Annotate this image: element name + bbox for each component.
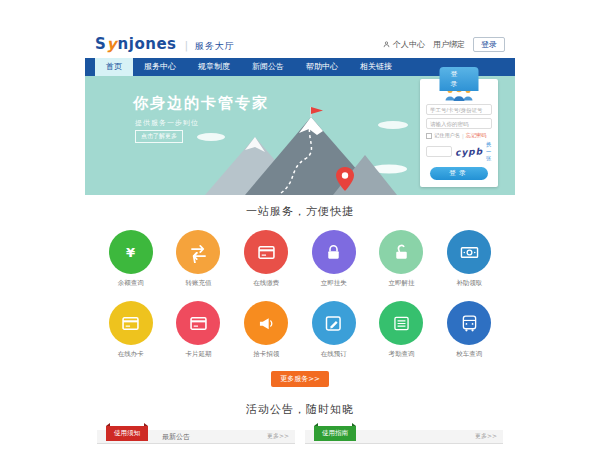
user-icon (382, 40, 391, 49)
header-right: 个人中心 用户绑定 登录 (382, 37, 505, 52)
service-circle[interactable] (176, 301, 220, 345)
banknote-icon (459, 242, 480, 263)
announcement-col-left: 使用须知 最新公告 更多>> (97, 430, 295, 444)
service-item-6[interactable]: 在线办卡 (97, 301, 165, 359)
captcha-row: cypb 换一张 (426, 141, 492, 162)
service-item-5[interactable]: 补助领取 (435, 230, 503, 288)
service-circle[interactable] (176, 230, 220, 274)
footer-space (85, 444, 515, 450)
right-more-link[interactable]: 更多>> (475, 432, 497, 441)
unlock-icon (391, 242, 412, 263)
services-section: 一站服务，方便快捷 余额查询转账充值在线缴费立即挂失立即解挂补助领取在线办卡卡片… (85, 195, 515, 387)
edit-icon (323, 313, 344, 334)
captcha-image: cypb (455, 146, 484, 157)
card-icon (188, 313, 209, 334)
nav-item-1[interactable]: 服务中心 (133, 58, 187, 76)
announcement-columns: 使用须知 最新公告 更多>> 使用指南 更多>> (85, 430, 515, 444)
bus-icon (459, 313, 480, 334)
logo-caption: 服务大厅 (195, 40, 235, 53)
left-tabbar: 使用须知 最新公告 更多>> (97, 430, 295, 444)
tab-latest-announcements[interactable]: 最新公告 (162, 432, 190, 442)
service-item-10[interactable]: 考勤查询 (368, 301, 436, 359)
service-item-9[interactable]: 在线预订 (300, 301, 368, 359)
service-circle[interactable] (379, 230, 423, 274)
user-bind-link[interactable]: 用户绑定 (433, 39, 465, 50)
service-item-0[interactable]: 余额查询 (97, 230, 165, 288)
services-title: 一站服务，方便快捷 (85, 204, 515, 219)
logo-accent: y (107, 35, 117, 53)
service-circle[interactable] (109, 230, 153, 274)
mountain-illustration (193, 107, 411, 195)
megaphone-icon (256, 313, 277, 334)
service-circle[interactable] (312, 301, 356, 345)
nav-item-4[interactable]: 帮助中心 (295, 58, 349, 76)
service-circle[interactable] (244, 301, 288, 345)
logo-part2: njones (118, 35, 177, 53)
service-label: 转账充值 (165, 279, 233, 288)
service-circle[interactable] (447, 301, 491, 345)
card-icon (120, 313, 141, 334)
service-label: 在线办卡 (97, 350, 165, 359)
header: Synjones | 服务大厅 个人中心 用户绑定 登录 (85, 30, 515, 58)
service-label: 考勤查询 (368, 350, 436, 359)
personal-center-link[interactable]: 个人中心 (382, 39, 425, 50)
login-submit-button[interactable]: 登录 (430, 167, 488, 180)
service-label: 立即解挂 (368, 279, 436, 288)
service-item-2[interactable]: 在线缴费 (232, 230, 300, 288)
remember-checkbox[interactable] (426, 133, 432, 139)
service-label: 余额查询 (97, 279, 165, 288)
service-label: 在线缴费 (232, 279, 300, 288)
logo-divider: | (185, 39, 189, 52)
captcha-refresh-link[interactable]: 换一张 (486, 141, 492, 162)
service-item-11[interactable]: 校车查询 (435, 301, 503, 359)
nav-item-5[interactable]: 相关链接 (349, 58, 403, 76)
service-label: 拾卡招领 (232, 350, 300, 359)
hero-banner: 你身边的卡管专家 提供服务一步到位 点击了解更多 登录 (85, 76, 515, 195)
list-icon (391, 313, 412, 334)
username-input[interactable] (426, 104, 492, 115)
service-circle[interactable] (447, 230, 491, 274)
password-input[interactable] (426, 118, 492, 129)
service-circle[interactable] (109, 301, 153, 345)
service-label: 在线预订 (300, 350, 368, 359)
transfer-icon (188, 242, 209, 263)
service-label: 校车查询 (435, 350, 503, 359)
right-tabbar: 使用指南 更多>> (305, 430, 503, 444)
service-item-8[interactable]: 拾卡招领 (232, 301, 300, 359)
login-panel: 登录 记住用户名 | 忘记密码 cypb 换一张 登 (420, 79, 498, 187)
service-circle[interactable] (379, 301, 423, 345)
left-more-link[interactable]: 更多>> (267, 432, 289, 441)
service-label: 立即挂失 (300, 279, 368, 288)
hero-subtitle: 提供服务一步到位 (135, 118, 199, 128)
service-circle[interactable] (244, 230, 288, 274)
nav-item-2[interactable]: 规章制度 (187, 58, 241, 76)
more-services-button[interactable]: 更多服务>> (271, 371, 329, 387)
nav-item-3[interactable]: 新闻公告 (241, 58, 295, 76)
login-tab[interactable]: 登录 (440, 67, 479, 91)
service-item-3[interactable]: 立即挂失 (300, 230, 368, 288)
logo-part1: S (95, 35, 106, 53)
lock-icon (323, 242, 344, 263)
service-item-7[interactable]: 卡片延期 (165, 301, 233, 359)
service-item-1[interactable]: 转账充值 (165, 230, 233, 288)
service-label: 卡片延期 (165, 350, 233, 359)
remember-divider: | (462, 133, 464, 139)
services-grid: 余额查询转账充值在线缴费立即挂失立即解挂补助领取在线办卡卡片延期拾卡招领在线预订… (85, 230, 515, 359)
nav-item-0[interactable]: 首页 (95, 58, 133, 76)
header-login-button[interactable]: 登录 (473, 37, 505, 52)
hero-cta-button[interactable]: 点击了解更多 (135, 130, 183, 143)
remember-label: 记住用户名 (434, 132, 460, 139)
personal-center-label: 个人中心 (393, 39, 425, 50)
tab-usage-notice[interactable]: 使用须知 (106, 426, 148, 441)
forgot-password-link[interactable]: 忘记密码 (466, 132, 487, 139)
service-item-4[interactable]: 立即解挂 (368, 230, 436, 288)
remember-row: 记住用户名 | 忘记密码 (426, 132, 492, 139)
tab-user-guide[interactable]: 使用指南 (314, 426, 356, 441)
yen-icon (120, 242, 141, 263)
announcement-col-right: 使用指南 更多>> (305, 430, 503, 444)
captcha-input[interactable] (426, 146, 452, 157)
card-icon (256, 242, 277, 263)
service-circle[interactable] (312, 230, 356, 274)
user-bind-label: 用户绑定 (433, 39, 465, 50)
page: Synjones | 服务大厅 个人中心 用户绑定 登录 首页服务中心规章制度新… (85, 30, 515, 450)
